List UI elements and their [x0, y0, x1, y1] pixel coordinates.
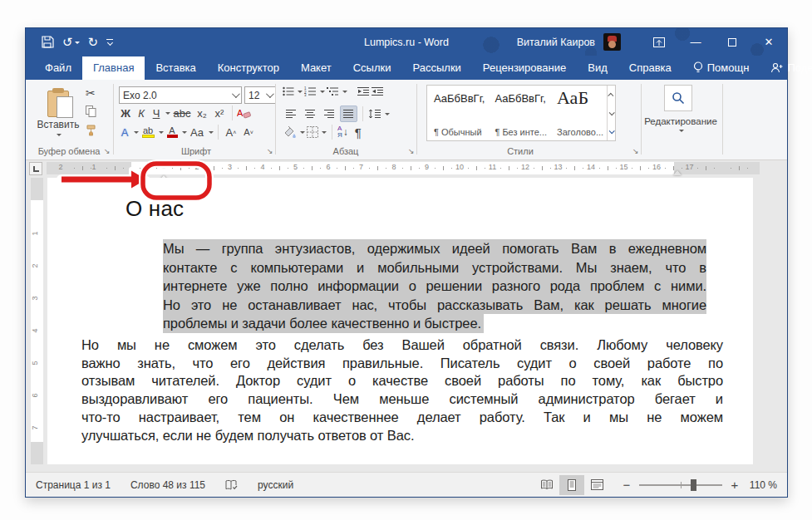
zoom-slider[interactable]	[639, 484, 722, 486]
superscript-button[interactable]: x²	[211, 107, 228, 120]
numbering-button[interactable]: 123	[304, 86, 317, 96]
font-name-combo[interactable]: Exo 2.0	[119, 86, 242, 104]
tab-review[interactable]: Рецензирование	[472, 56, 577, 80]
multilevel-list-button[interactable]	[327, 86, 339, 96]
minimize-button[interactable]: —	[677, 28, 714, 56]
tab-file[interactable]: Файл	[34, 56, 82, 80]
font-color-dropdown[interactable]	[182, 131, 187, 136]
proofing-icon[interactable]	[215, 479, 248, 491]
bold-button[interactable]: Ж	[118, 107, 133, 120]
tab-help[interactable]: Справка	[618, 56, 682, 80]
tab-layout[interactable]: Макет	[290, 56, 342, 80]
tab-assistant[interactable]: Помощн	[682, 56, 760, 80]
find-button[interactable]	[664, 85, 692, 111]
editing-dropdown[interactable]	[679, 130, 684, 135]
underline-dropdown[interactable]	[165, 112, 170, 117]
zoom-out-button[interactable]: −	[621, 478, 632, 492]
ribbon: Вставить ✂ Буфер обмена ↘ Exo 2.0	[26, 80, 787, 160]
bullets-button[interactable]	[283, 86, 294, 96]
underline-button[interactable]: Ч	[150, 107, 163, 120]
align-left-button[interactable]	[283, 105, 300, 122]
justify-button[interactable]	[340, 105, 357, 122]
tab-share[interactable]: Поделиться	[760, 56, 812, 80]
styles-gallery-more[interactable]	[608, 122, 615, 140]
tab-mailings[interactable]: Рассылки	[401, 56, 471, 80]
editing-group-label[interactable]: Редактирование	[644, 116, 717, 126]
style-heading[interactable]: АаБ Заголово...	[550, 86, 607, 140]
tab-home[interactable]: Главная	[82, 56, 145, 80]
paste-button[interactable]: Вставить	[34, 83, 82, 145]
right-indent-marker[interactable]	[673, 166, 682, 175]
highlight-color-button[interactable]: ab	[140, 126, 156, 138]
save-button[interactable]	[41, 36, 54, 48]
tab-references[interactable]: Ссылки	[342, 56, 402, 80]
line-spacing-button[interactable]	[368, 109, 381, 119]
zoom-level[interactable]: 110 %	[741, 479, 777, 491]
maximize-button[interactable]	[714, 28, 750, 56]
shading-dropdown[interactable]	[300, 131, 305, 136]
change-case-button[interactable]: Аа	[188, 126, 206, 139]
shading-button[interactable]	[283, 126, 297, 138]
styles-dialog-launcher[interactable]: ↘	[632, 147, 639, 155]
bullets-dropdown[interactable]	[298, 91, 303, 96]
subscript-button[interactable]: x₂	[194, 107, 210, 120]
borders-button[interactable]	[307, 126, 318, 138]
tab-view[interactable]: Вид	[577, 56, 618, 80]
highlight-dropdown[interactable]	[159, 131, 164, 136]
paragraph-dialog-launcher[interactable]: ↘	[408, 147, 415, 155]
page-indicator[interactable]: Страница 1 из 1	[26, 479, 121, 491]
read-mode-button[interactable]	[534, 475, 559, 495]
text-effects-button[interactable]: А	[118, 126, 131, 139]
decrease-indent-button[interactable]	[357, 86, 370, 96]
zoom-slider-thumb[interactable]	[691, 479, 696, 491]
increase-indent-button[interactable]	[372, 86, 384, 96]
document-page[interactable]: О нас Мы — группа энтузиастов, одержимых…	[47, 178, 753, 464]
tab-selector[interactable]	[29, 162, 42, 175]
print-layout-button[interactable]	[559, 475, 584, 495]
word-count[interactable]: Слово 48 из 115	[121, 479, 215, 491]
font-color-button[interactable]: А	[165, 126, 180, 138]
text-line: Мы — группа энтузиастов, одержимых идеей…	[163, 239, 706, 258]
font-dialog-launcher[interactable]: ↘	[267, 147, 273, 155]
sort-button[interactable]: А Я ↓	[337, 125, 348, 139]
change-case-dropdown[interactable]	[209, 131, 214, 136]
style-normal[interactable]: АаБбВвГг, ¶ Обычный	[427, 86, 488, 140]
tab-design[interactable]: Конструктор	[207, 56, 290, 80]
web-layout-button[interactable]	[584, 475, 609, 495]
styles-scroll-up[interactable]	[608, 86, 615, 104]
undo-button[interactable]: ↺	[62, 36, 80, 48]
account-name[interactable]: Виталий Каиров	[517, 37, 595, 48]
search-icon	[672, 91, 685, 105]
customize-qat-button[interactable]	[106, 39, 113, 45]
numbering-dropdown[interactable]	[320, 91, 325, 96]
strikethrough-button[interactable]: abc	[171, 107, 193, 120]
redo-button[interactable]: ↻	[88, 36, 99, 48]
tab-insert[interactable]: Вставка	[145, 56, 206, 80]
grow-font-button[interactable]: А˄	[223, 126, 239, 139]
horizontal-ruler[interactable]: 21 2345678910111213141516 17	[47, 162, 760, 174]
line-spacing-dropdown[interactable]	[385, 113, 390, 118]
close-button[interactable]: ✕	[750, 28, 787, 56]
show-marks-button[interactable]: ¶	[350, 125, 367, 140]
format-painter-button[interactable]	[86, 125, 96, 136]
shrink-font-button[interactable]: А˅	[240, 127, 257, 137]
cut-button[interactable]: ✂	[86, 86, 96, 100]
text-effects-dropdown[interactable]	[134, 131, 139, 136]
style-no-spacing[interactable]: АаБбВвГг, ¶ Без инте...	[488, 86, 550, 140]
font-size-combo[interactable]: 12	[244, 86, 276, 104]
ribbon-display-options-button[interactable]	[641, 28, 677, 56]
styles-scroll-down[interactable]	[608, 104, 615, 122]
align-center-button[interactable]	[302, 105, 319, 122]
text-line: отзывам читателей. Доктор судит о качест…	[81, 372, 723, 390]
vertical-ruler[interactable]: 1234567	[31, 178, 43, 464]
multilevel-dropdown[interactable]	[342, 91, 347, 96]
borders-dropdown[interactable]	[322, 131, 327, 136]
copy-button[interactable]	[86, 105, 96, 117]
language-indicator[interactable]: русский	[248, 479, 303, 491]
zoom-in-button[interactable]: +	[729, 478, 741, 492]
avatar[interactable]	[603, 33, 621, 51]
clipboard-dialog-launcher[interactable]: ↘	[104, 147, 111, 155]
italic-button[interactable]: К	[134, 107, 149, 120]
clear-formatting-button[interactable]: А	[237, 107, 251, 120]
align-right-button[interactable]	[321, 105, 338, 122]
